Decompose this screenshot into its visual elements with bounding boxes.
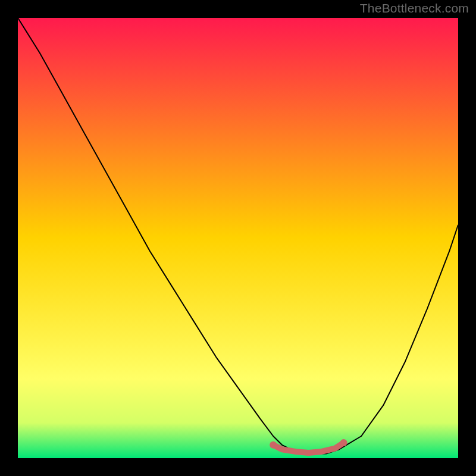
- chart-frame: TheBottleneck.com: [0, 0, 476, 476]
- gradient-background: [18, 18, 458, 458]
- chart-svg: [18, 18, 458, 458]
- highlight-endpoint: [270, 441, 277, 449]
- highlight-endpoint: [340, 439, 347, 446]
- watermark-text: TheBottleneck.com: [360, 1, 469, 15]
- plot-area: [18, 18, 458, 458]
